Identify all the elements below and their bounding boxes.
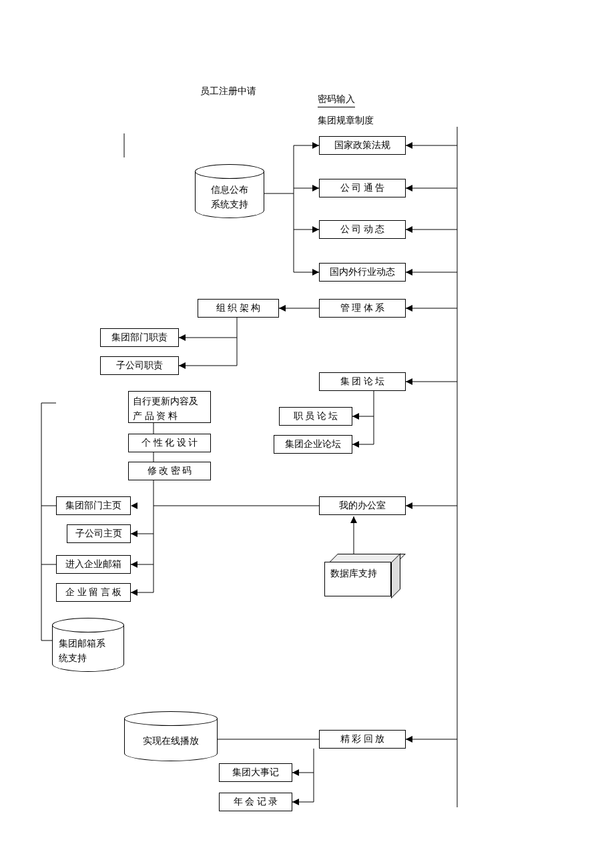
cylinder-infopub: 信息公布系统支持: [195, 164, 264, 223]
svg-marker-59: [350, 516, 357, 523]
box-notice: 公 司 通 告: [319, 179, 406, 197]
box-deptduty: 集团部门职责: [100, 328, 179, 347]
box-board-text: 企 业 留 言 板: [65, 585, 121, 600]
box-subduty-text: 子公司职责: [116, 358, 163, 373]
box-entforum-text: 集团企业论坛: [285, 437, 341, 452]
box-mail: 进入企业邮箱: [56, 555, 131, 574]
svg-marker-36: [352, 413, 359, 420]
box-depthome-text: 集团部门主页: [65, 498, 121, 513]
svg-marker-14: [406, 502, 412, 509]
box-selfupdate-text: 自行更新内容及产 品 资 料: [133, 394, 198, 424]
svg-marker-16: [406, 736, 412, 743]
box-myoffice-text: 我的办公室: [339, 498, 386, 513]
svg-marker-63: [292, 769, 299, 776]
box-subhome-text: 子公司主页: [75, 526, 122, 541]
box-changepwd: 修 改 密 码: [128, 462, 211, 480]
box-forum: 集 团 论 坛: [319, 372, 406, 391]
box-annual-text: 年 会 记 录: [234, 795, 278, 809]
pwd-label: 密码输入: [318, 93, 355, 107]
box-events: 集团大事记: [219, 763, 292, 782]
cylinder-online: 实现在线播放: [124, 711, 218, 766]
box-staffforum: 职 员 论 坛: [279, 407, 352, 426]
svg-marker-6: [406, 226, 412, 233]
box-news-text: 公 司 动 态: [340, 222, 385, 237]
rules-label: 集团规章制度: [318, 115, 374, 127]
cube-db: 数据库支持: [324, 554, 399, 596]
box-myoffice: 我的办公室: [319, 496, 406, 515]
box-changepwd-text: 修 改 密 码: [147, 464, 192, 478]
cylinder-online-text: 实现在线播放: [124, 734, 218, 749]
box-notice-text: 公 司 通 告: [340, 181, 385, 195]
svg-marker-31: [179, 334, 186, 341]
svg-marker-24: [312, 226, 319, 233]
svg-marker-51: [131, 502, 137, 509]
svg-marker-8: [406, 269, 412, 276]
cylinder-mailsys: 集团邮箱系统支持: [52, 618, 124, 677]
box-mgmt-text: 管 理 体 系: [340, 301, 385, 316]
box-annual: 年 会 记 录: [219, 793, 292, 811]
box-industry-text: 国内外行业动态: [330, 265, 395, 280]
box-mgmt: 管 理 体 系: [319, 299, 406, 318]
svg-marker-12: [406, 378, 412, 385]
svg-marker-20: [312, 142, 319, 149]
cube-db-text: 数据库支持: [330, 568, 377, 580]
connector-lines: [0, 0, 614, 868]
box-depthome: 集团部门主页: [56, 496, 131, 515]
box-mail-text: 进入企业邮箱: [65, 557, 121, 572]
svg-marker-26: [312, 269, 319, 276]
box-news: 公 司 动 态: [319, 220, 406, 239]
svg-marker-48: [131, 561, 137, 568]
box-entforum: 集团企业论坛: [274, 435, 352, 454]
svg-marker-2: [406, 142, 412, 149]
svg-marker-65: [292, 799, 299, 805]
box-staffforum-text: 职 员 论 坛: [294, 409, 338, 424]
box-board: 企 业 留 言 板: [56, 583, 131, 602]
cylinder-infopub-text: 信息公布系统支持: [195, 183, 264, 213]
svg-marker-38: [352, 441, 359, 448]
box-subhome: 子公司主页: [67, 524, 131, 543]
svg-marker-22: [312, 185, 319, 191]
cylinder-mailsys-text: 集团邮箱系统支持: [52, 636, 124, 667]
reg-label: 员工注册中请: [200, 85, 256, 97]
svg-marker-33: [179, 362, 186, 369]
box-subduty: 子公司职责: [100, 356, 179, 375]
box-org: 组 织 架 构: [198, 299, 279, 318]
box-personal: 个 性 化 设 计: [128, 434, 211, 452]
svg-marker-10: [406, 305, 412, 312]
box-personal-text: 个 性 化 设 计: [141, 436, 198, 450]
box-events-text: 集团大事记: [232, 765, 279, 780]
box-org-text: 组 织 架 构: [216, 301, 261, 316]
box-industry: 国内外行业动态: [319, 263, 406, 282]
diagram-canvas: 员工注册中请 密码输入 集团规章制度 国家政策法规 公 司 通 告 公 司 动 …: [0, 0, 614, 868]
box-replay: 精 彩 回 放: [319, 730, 406, 749]
box-selfupdate: 自行更新内容及产 品 资 料: [128, 391, 211, 423]
svg-marker-4: [406, 185, 412, 191]
svg-marker-50: [131, 589, 137, 596]
box-policy: 国家政策法规: [319, 136, 406, 155]
box-deptduty-text: 集团部门职责: [111, 330, 168, 345]
box-policy-text: 国家政策法规: [334, 138, 390, 153]
box-forum-text: 集 团 论 坛: [340, 374, 385, 389]
svg-marker-28: [279, 305, 286, 312]
box-replay-text: 精 彩 回 放: [340, 732, 385, 747]
svg-marker-46: [131, 530, 137, 537]
